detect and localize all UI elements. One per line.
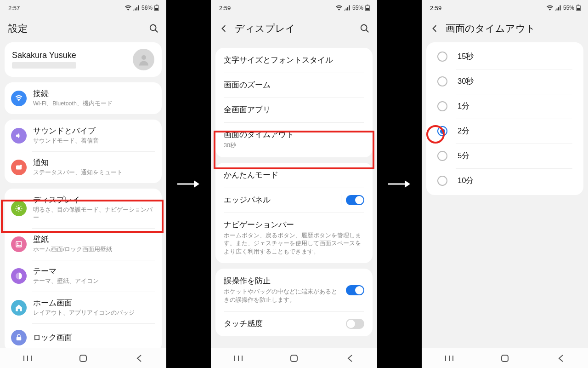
radio-label: 2分	[458, 126, 469, 136]
arrow-icon	[384, 178, 415, 190]
row-label: テーマ	[33, 266, 154, 276]
nav-bar	[422, 348, 588, 368]
status-time: 2:59	[219, 5, 231, 12]
svg-rect-27	[366, 8, 369, 11]
toggle-switch[interactable]	[346, 285, 364, 295]
svg-point-18	[17, 242, 18, 244]
row-screen-zoom[interactable]: 画面のズーム	[215, 73, 373, 98]
battery-icon	[154, 5, 159, 11]
svg-rect-33	[291, 355, 297, 362]
radio-option[interactable]: 1分	[431, 94, 579, 119]
nav-home[interactable]	[74, 349, 92, 368]
radio-option[interactable]: 15秒	[431, 44, 579, 69]
signal-icon	[133, 5, 140, 11]
toggle-switch[interactable]	[346, 319, 364, 329]
row-themes[interactable]: テーマテーマ、壁紙、アイコン	[5, 260, 162, 292]
row-wallpaper[interactable]: 壁紙ホーム画面/ロック画面用壁紙	[5, 228, 162, 260]
radio-label: 5分	[458, 151, 469, 161]
row-touch-sensitivity[interactable]: タッチ感度	[215, 311, 373, 336]
wallpaper-icon	[11, 236, 27, 252]
profile-name: Sakakura Yusuke	[12, 51, 76, 60]
nav-home[interactable]	[285, 349, 303, 368]
timeout-options-card: 15秒30秒1分2分5分10分	[426, 42, 583, 195]
settings-group-2: サウンドとバイブサウンドモード、着信音 通知ステータスバー、通知をミュート	[5, 120, 162, 183]
arrow-icon	[174, 178, 204, 190]
nav-recents[interactable]	[229, 349, 248, 368]
radio-option[interactable]: 5分	[431, 144, 579, 168]
notification-icon	[11, 160, 27, 175]
phone-settings-main: 2:57 56% 設定 Sakakura Yusuke 接続Wi-Fi、Blue…	[0, 0, 166, 368]
row-label: サウンドとバイブ	[33, 126, 154, 136]
status-battery: 55%	[352, 5, 363, 11]
svg-rect-19	[17, 337, 22, 341]
toggle-switch[interactable]	[346, 195, 364, 205]
svg-rect-41	[502, 355, 508, 362]
nav-home[interactable]	[496, 349, 514, 368]
row-connections[interactable]: 接続Wi-Fi、Bluetooth、機内モード	[5, 82, 162, 114]
back-icon[interactable]	[430, 24, 439, 33]
row-prevent-misop[interactable]: 誤操作を防止ポケットやバッグの中などに端末があるときの誤操作を防止します。	[215, 269, 373, 311]
nav-back[interactable]	[551, 349, 570, 368]
sound-icon	[11, 128, 27, 144]
row-home[interactable]: ホーム画面レイアウト、アプリアイコンのバッジ	[5, 292, 162, 323]
header: 設定	[0, 16, 166, 42]
header: 画面のタイムアウト	[422, 16, 588, 42]
page-title: 画面のタイムアウト	[446, 22, 581, 35]
svg-rect-23	[80, 355, 86, 362]
avatar	[133, 49, 154, 70]
home-icon	[11, 300, 27, 316]
svg-line-4	[155, 30, 158, 33]
wifi-icon	[125, 5, 131, 11]
wifi-icon	[336, 5, 342, 11]
radio-option[interactable]: 30秒	[431, 69, 579, 94]
status-right: 56%	[125, 5, 159, 11]
highlight-ring	[426, 125, 445, 144]
radio-label: 1分	[458, 101, 469, 111]
row-label: 接続	[33, 89, 154, 99]
nav-bar	[0, 348, 166, 368]
status-right: 55%	[336, 5, 370, 11]
radio-button[interactable]	[437, 101, 447, 111]
radio-label: 10分	[458, 176, 474, 186]
nav-recents[interactable]	[440, 349, 458, 368]
svg-point-3	[150, 25, 156, 31]
content: 文字サイズとフォントスタイル 画面のズーム 全画面アプリ 画面のタイムアウト 3…	[211, 42, 377, 368]
svg-point-5	[141, 55, 146, 60]
status-battery: 55%	[563, 5, 574, 11]
radio-option[interactable]: 2分	[431, 119, 579, 144]
search-icon[interactable]	[149, 23, 159, 34]
settings-group-1: 接続Wi-Fi、Bluetooth、機内モード	[5, 82, 162, 114]
row-sub: Wi-Fi、Bluetooth、機内モード	[33, 100, 154, 108]
row-navigation-bar[interactable]: ナビゲーションバー ホームボタン、戻るボタン、履歴ボタンを管理します。また、ジェ…	[215, 213, 373, 264]
row-label: 通知	[33, 158, 154, 168]
row-label: ホーム画面	[33, 298, 154, 308]
signal-icon	[344, 5, 351, 11]
nav-back[interactable]	[340, 349, 359, 368]
status-bar: 2:59 55%	[211, 0, 377, 16]
svg-point-7	[20, 165, 22, 167]
row-notifications[interactable]: 通知ステータスバー、通知をミュート	[5, 151, 162, 183]
lock-icon	[11, 330, 27, 345]
wifi-icon	[11, 91, 27, 106]
row-sub: レイアウト、アプリアイコンのバッジ	[33, 309, 154, 317]
row-sound[interactable]: サウンドとバイブサウンドモード、着信音	[5, 120, 162, 151]
radio-option[interactable]: 10分	[431, 168, 579, 193]
profile-card[interactable]: Sakakura Yusuke	[5, 42, 162, 77]
back-icon[interactable]	[219, 24, 228, 33]
row-sub: ホーム画面/ロック画面用壁紙	[33, 246, 154, 253]
row-font-size[interactable]: 文字サイズとフォントスタイル	[215, 48, 373, 73]
display-group-2: かんたんモード エッジパネル ナビゲーションバー ホームボタン、戻るボタン、履歴…	[215, 163, 373, 264]
header: ディスプレイ	[211, 16, 377, 42]
search-icon[interactable]	[360, 23, 370, 34]
radio-button[interactable]	[437, 151, 447, 161]
nav-recents[interactable]	[18, 349, 37, 368]
battery-icon	[576, 5, 581, 11]
row-edge-panel[interactable]: エッジパネル	[215, 188, 373, 213]
nav-back[interactable]	[130, 349, 148, 368]
radio-button[interactable]	[437, 52, 447, 62]
svg-line-29	[366, 30, 369, 33]
row-fullscreen-apps[interactable]: 全画面アプリ	[215, 98, 373, 122]
radio-button[interactable]	[437, 176, 447, 186]
svg-rect-37	[577, 8, 580, 11]
radio-button[interactable]	[437, 76, 447, 86]
